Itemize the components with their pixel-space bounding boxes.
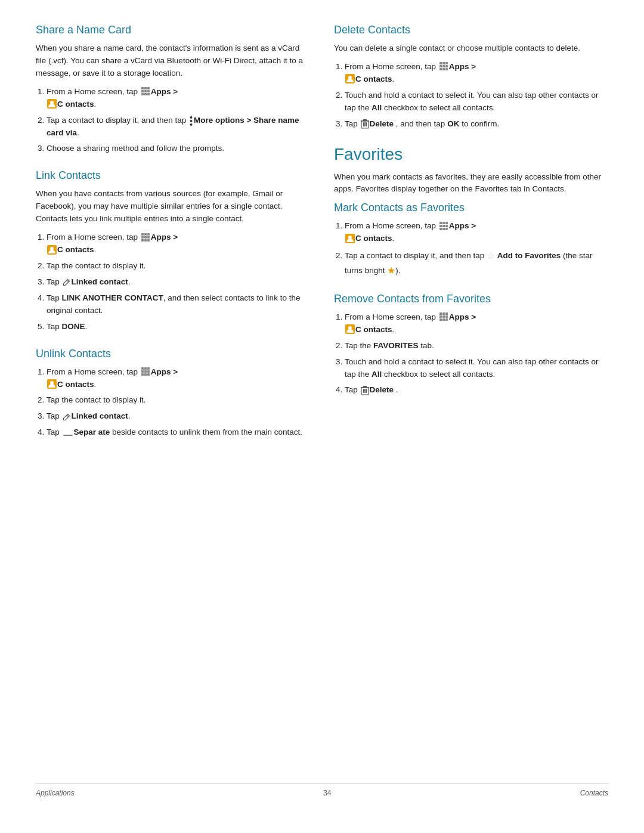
svg-rect-25: [141, 367, 144, 370]
link-pencil-icon: [63, 413, 71, 421]
list-item: Touch and hold a contact to select it. Y…: [345, 89, 608, 114]
list-item: Tap a contact to display it, and then ta…: [47, 114, 310, 140]
list-item: From a Home screen, tap: [47, 366, 310, 391]
link-contacts-intro: When you have contacts from various sour…: [36, 188, 310, 225]
list-item: Tap Delete , and then tap OK to confirm.: [345, 118, 608, 131]
svg-rect-78: [364, 389, 366, 393]
svg-rect-7: [144, 93, 147, 95]
two-column-layout: Share a Name Card When you share a name …: [36, 24, 608, 772]
svg-rect-4: [144, 90, 147, 92]
svg-rect-17: [141, 236, 144, 239]
apps-label: Apps >: [151, 367, 178, 376]
svg-rect-70: [445, 315, 448, 318]
link-contacts-title: Link Contacts: [36, 169, 310, 182]
all-label2: All: [371, 370, 382, 379]
svg-rect-66: [442, 312, 445, 315]
page: Share a Name Card When you share a name …: [0, 0, 644, 833]
more-options-icon: [190, 116, 193, 125]
svg-point-12: [190, 120, 192, 122]
svg-rect-8: [147, 93, 150, 95]
remove-favorites-section: Remove Contacts from Favorites From a Ho…: [334, 293, 608, 397]
svg-point-13: [190, 123, 192, 126]
list-item: Tap the contact to display it.: [47, 260, 310, 272]
separate-label: Separ ate: [74, 428, 110, 436]
svg-rect-3: [141, 90, 144, 92]
svg-rect-71: [439, 318, 442, 321]
svg-rect-69: [442, 315, 445, 318]
contacts-label: C ontacts: [57, 245, 94, 254]
svg-rect-50: [364, 122, 366, 126]
apps-icon: [141, 367, 150, 376]
link-another-label: LINK ANOTHER CONTACT: [62, 293, 163, 302]
mark-favorites-steps: From a Home screen, tap: [334, 220, 608, 278]
svg-rect-28: [141, 370, 144, 373]
apps-label: Apps >: [151, 87, 178, 96]
svg-rect-56: [445, 222, 448, 224]
svg-rect-67: [445, 312, 448, 315]
delete-contacts-steps: From a Home screen, tap: [334, 61, 608, 131]
svg-rect-32: [144, 373, 147, 376]
list-item: Tap a contact to display it, and then ta…: [345, 249, 608, 278]
contacts-person-icon: [345, 324, 355, 334]
favorites-big-title: Favorites: [334, 145, 608, 164]
svg-rect-26: [144, 367, 147, 370]
more-options-label: More options > Share name card via: [47, 116, 299, 137]
svg-rect-72: [442, 318, 445, 321]
svg-rect-38: [442, 62, 445, 64]
delete-trash-icon: [361, 119, 369, 129]
link-contacts-section: Link Contacts When you have contacts fro…: [36, 169, 310, 333]
page-number: 34: [323, 789, 331, 797]
svg-rect-27: [147, 367, 150, 370]
svg-rect-57: [439, 225, 442, 227]
share-name-card-section: Share a Name Card When you share a name …: [36, 24, 310, 155]
svg-rect-2: [147, 87, 150, 89]
delete-contacts-title: Delete Contacts: [334, 24, 608, 36]
svg-rect-33: [147, 373, 150, 376]
list-item: Tap Linked contact.: [47, 276, 310, 289]
ok-label: OK: [447, 119, 459, 128]
list-item: Tap LINK ANOTHER CONTACT, and then selec…: [47, 292, 310, 317]
delete-trash-icon2: [361, 386, 369, 395]
contacts-person-icon: [345, 74, 355, 83]
svg-rect-51: [366, 122, 367, 126]
apps-icon: [141, 233, 150, 242]
delete-label2: Delete: [370, 385, 394, 394]
done-label: DONE: [62, 322, 85, 331]
svg-rect-40: [439, 65, 442, 67]
remove-favorites-title: Remove Contacts from Favorites: [334, 293, 608, 305]
svg-rect-37: [439, 62, 442, 64]
svg-point-11: [190, 116, 192, 119]
svg-rect-60: [439, 228, 442, 230]
share-name-card-steps: From a Home screen, tap: [36, 86, 310, 156]
separate-icon: [63, 429, 73, 436]
svg-rect-36: [63, 435, 73, 436]
svg-rect-77: [363, 389, 364, 393]
apps-label: Apps >: [449, 312, 476, 321]
contacts-label: C ontacts: [355, 325, 392, 334]
svg-rect-59: [445, 225, 448, 227]
svg-rect-5: [147, 90, 150, 92]
contacts-person-icon: [345, 234, 355, 243]
contacts-person-icon: [47, 99, 57, 109]
svg-rect-39: [445, 62, 448, 64]
svg-rect-58: [442, 225, 445, 227]
svg-rect-31: [141, 373, 144, 376]
star-filled-icon: ★: [387, 265, 395, 275]
contacts-label: C ontacts: [355, 234, 392, 243]
svg-rect-21: [144, 239, 147, 241]
svg-rect-55: [442, 222, 445, 224]
svg-rect-43: [439, 68, 442, 70]
linked-contact-label: Linked contact: [72, 277, 128, 286]
mark-favorites-section: Mark Contacts as Favorites From a Home s…: [334, 202, 608, 278]
delete-contacts-intro: You can delete a single contact or choos…: [334, 42, 608, 55]
contacts-person-icon: [47, 379, 57, 389]
step-text: Choose a sharing method and follow the p…: [47, 144, 224, 153]
list-item: From a Home screen, tap: [345, 61, 608, 86]
share-name-card-title: Share a Name Card: [36, 24, 310, 36]
svg-rect-14: [141, 233, 144, 236]
apps-label: Apps >: [151, 233, 178, 241]
unlink-contacts-steps: From a Home screen, tap: [36, 366, 310, 439]
list-item: Tap Separ ate beside contacts to unlink …: [47, 426, 310, 439]
svg-rect-41: [442, 65, 445, 67]
contacts-label: C ontacts: [57, 380, 94, 389]
